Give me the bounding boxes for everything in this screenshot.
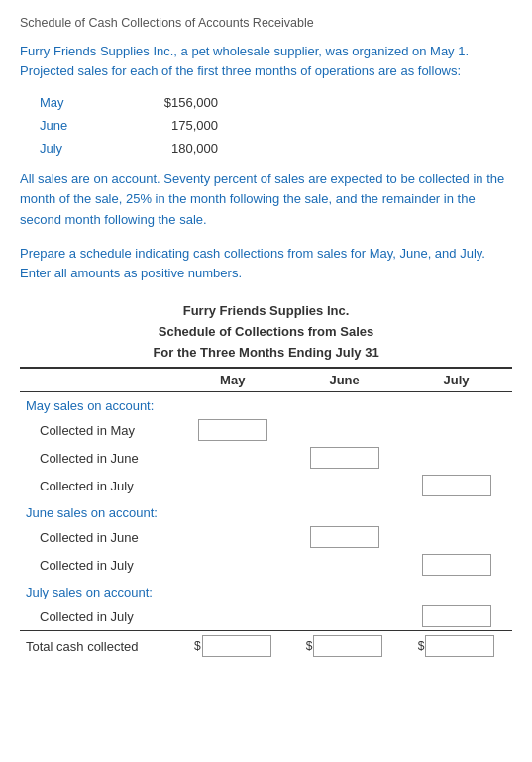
dollar-sign: $: [306, 639, 313, 653]
sales-amount: 180,000: [119, 141, 218, 156]
col-header-july: July: [400, 368, 512, 392]
prepare-instructions: Prepare a schedule indicating cash colle…: [20, 244, 512, 283]
sales-month: May: [40, 95, 119, 110]
dollar-sign: $: [418, 639, 425, 653]
table-header-row: May June July: [20, 368, 512, 392]
input-july-2-0[interactable]: [422, 605, 491, 627]
row-label: Collected in July: [20, 602, 176, 631]
table-row: Collected in July: [20, 551, 512, 579]
all-sales-description: All sales are on account. Seventy percen…: [20, 169, 512, 229]
page-title: Schedule of Cash Collections of Accounts…: [20, 16, 512, 30]
table-row: Collected in June: [20, 523, 512, 551]
table-row: Collected in June: [20, 444, 512, 472]
section-label-row: May sales on account:: [20, 392, 512, 417]
row-label: Collected in July: [20, 472, 176, 499]
intro-text: Furry Friends Supplies Inc., a pet whole…: [20, 42, 512, 81]
period-label: For the Three Months Ending July 31: [20, 343, 512, 364]
schedule-table: May June July May sales on account:Colle…: [20, 367, 512, 660]
section-label-row: June sales on account:: [20, 499, 512, 523]
input-june-0-1[interactable]: [310, 447, 379, 469]
dollar-sign: $: [194, 639, 201, 653]
schedule-title: Schedule of Collections from Sales: [20, 322, 512, 343]
section-label-row: July sales on account:: [20, 579, 512, 602]
input-may-0-0[interactable]: [198, 419, 267, 441]
section-label: June sales on account:: [20, 499, 512, 523]
total-label: Total cash collected: [20, 631, 176, 661]
table-row: Collected in July: [20, 472, 512, 499]
sales-month: July: [40, 141, 119, 156]
list-item: May $156,000: [40, 95, 512, 110]
total-input-june[interactable]: [313, 635, 382, 657]
col-header-june: June: [288, 368, 400, 392]
section-label: July sales on account:: [20, 579, 512, 602]
company-header: Furry Friends Supplies Inc. Schedule of …: [20, 301, 512, 363]
col-header-label: [20, 368, 176, 392]
sales-amount: $156,000: [119, 95, 218, 110]
input-june-1-0[interactable]: [310, 526, 379, 548]
input-july-1-1[interactable]: [422, 554, 491, 576]
sales-month: June: [40, 118, 119, 133]
list-item: June 175,000: [40, 118, 512, 133]
sales-amount: 175,000: [119, 118, 218, 133]
section-label: May sales on account:: [20, 392, 512, 417]
sales-list: May $156,000 June 175,000 July 180,000: [40, 95, 512, 156]
col-header-may: May: [176, 368, 288, 392]
row-label: Collected in June: [20, 444, 176, 472]
table-row: Collected in July: [20, 602, 512, 631]
row-label: Collected in June: [20, 523, 176, 551]
row-label: Collected in July: [20, 551, 176, 579]
total-row: Total cash collected$$$: [20, 631, 512, 661]
input-july-0-2[interactable]: [422, 475, 491, 496]
total-input-may[interactable]: [202, 635, 271, 657]
company-name: Furry Friends Supplies Inc.: [20, 301, 512, 322]
list-item: July 180,000: [40, 141, 512, 156]
total-input-july[interactable]: [425, 635, 494, 657]
table-row: Collected in May: [20, 416, 512, 444]
row-label: Collected in May: [20, 416, 176, 444]
